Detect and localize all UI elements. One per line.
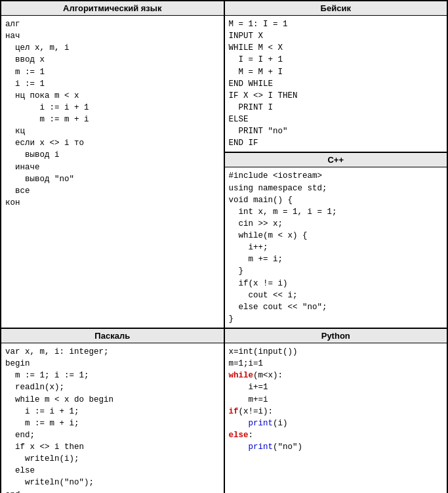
pascal-content: var x, m, i: integer; begin m := 1; i :=… <box>1 343 224 493</box>
python-content: x=int(input()) m=1;i=1 while(m<x): i+=1 … <box>225 343 447 456</box>
python-header: Python <box>225 329 447 343</box>
alg-header: Алгоритмический язык <box>1 1 224 16</box>
pascal-header: Паскаль <box>1 329 224 343</box>
cpp-content: #include <iostream> using namespace std;… <box>225 167 447 328</box>
alg-content: алг нач цел x, m, i ввод x m := 1 i := 1… <box>1 16 224 211</box>
alg-cell: Алгоритмический язык алг нач цел x, m, i… <box>1 1 224 328</box>
pascal-cell: Паскаль var x, m, i: integer; begin m :=… <box>1 328 224 493</box>
cpp-header: C++ <box>225 153 447 167</box>
python-cell: Python x=int(input()) m=1;i=1 while(m<x)… <box>224 328 448 493</box>
basic-content: M = 1: I = 1 INPUT X WHILE M < X I = I +… <box>225 16 447 152</box>
cpp-cell: C++ #include <iostream> using namespace … <box>224 152 448 328</box>
main-grid: Алгоритмический язык алг нач цел x, m, i… <box>0 0 448 493</box>
basic-cell: Бейсик M = 1: I = 1 INPUT X WHILE M < X … <box>224 1 448 152</box>
basic-header: Бейсик <box>225 1 447 16</box>
